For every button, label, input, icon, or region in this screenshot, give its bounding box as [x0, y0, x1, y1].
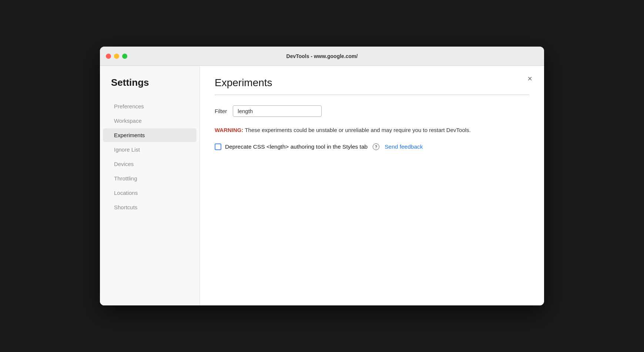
- sidebar-item-preferences[interactable]: Preferences: [103, 99, 197, 113]
- sidebar-item-ignore-list[interactable]: Ignore List: [103, 143, 197, 156]
- devtools-window: DevTools - www.google.com/ Settings Pref…: [100, 47, 544, 305]
- sidebar-item-devices[interactable]: Devices: [103, 157, 197, 171]
- warning-message: These experiments could be unstable or u…: [245, 127, 470, 133]
- sidebar-item-experiments[interactable]: Experiments: [103, 128, 197, 142]
- main-content: × Experiments Filter WARNING: These expe…: [200, 66, 544, 305]
- help-icon[interactable]: ?: [373, 143, 379, 150]
- title-bar: DevTools - www.google.com/: [100, 47, 544, 66]
- close-button[interactable]: ×: [524, 73, 535, 84]
- minimize-traffic-light[interactable]: [114, 54, 119, 59]
- sidebar-nav: Preferences Workspace Experiments Ignore…: [100, 99, 199, 214]
- filter-label: Filter: [215, 108, 227, 114]
- send-feedback-link[interactable]: Send feedback: [385, 143, 423, 150]
- sidebar-item-workspace[interactable]: Workspace: [103, 114, 197, 128]
- experiment-checkbox[interactable]: [215, 143, 221, 150]
- sidebar-item-shortcuts[interactable]: Shortcuts: [103, 200, 197, 214]
- sidebar-item-locations[interactable]: Locations: [103, 186, 197, 200]
- sidebar-heading: Settings: [100, 77, 199, 99]
- filter-row: Filter: [215, 105, 529, 117]
- warning-text: WARNING: These experiments could be unst…: [215, 126, 529, 135]
- window-title: DevTools - www.google.com/: [286, 53, 358, 59]
- section-divider: [215, 95, 529, 95]
- maximize-traffic-light[interactable]: [122, 54, 127, 59]
- warning-keyword: WARNING:: [215, 127, 244, 133]
- experiment-item: Deprecate CSS <length> authoring tool in…: [215, 143, 529, 150]
- sidebar: Settings Preferences Workspace Experimen…: [100, 66, 200, 305]
- window-body: Settings Preferences Workspace Experimen…: [100, 66, 544, 305]
- close-traffic-light[interactable]: [106, 54, 111, 59]
- filter-input[interactable]: [233, 105, 322, 117]
- traffic-lights: [106, 54, 127, 59]
- page-title: Experiments: [215, 77, 529, 89]
- sidebar-item-throttling[interactable]: Throttling: [103, 172, 197, 185]
- experiment-label: Deprecate CSS <length> authoring tool in…: [225, 143, 368, 150]
